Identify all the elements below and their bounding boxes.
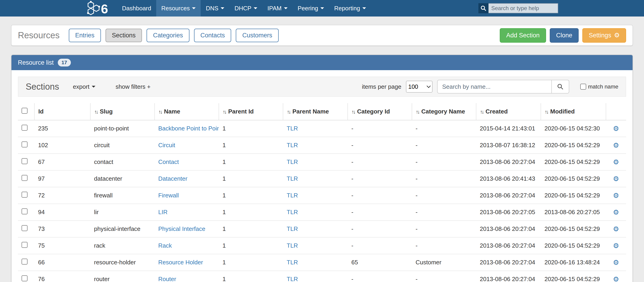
name-search-button[interactable]	[552, 80, 569, 94]
hexagon-logo-icon: 6	[86, 0, 112, 16]
gear-icon[interactable]: ⚙	[613, 142, 619, 149]
name-link[interactable]: Resource Holder	[158, 259, 203, 266]
name-link[interactable]: Contact	[158, 158, 179, 165]
cell-parent-id: 1	[219, 220, 283, 237]
gear-icon[interactable]: ⚙	[613, 275, 619, 282]
nav-item-peering[interactable]: Peering	[293, 0, 329, 16]
gear-icon[interactable]: ⚙	[613, 158, 619, 166]
parent-name-link[interactable]: TLR	[287, 175, 298, 182]
row-checkbox[interactable]	[22, 192, 28, 198]
cell-name: Physical Interface	[154, 220, 219, 237]
parent-name-link[interactable]: TLR	[287, 142, 298, 148]
column-header-category-name[interactable]: ↑↓Category Name	[412, 103, 476, 120]
sort-icon: ↑↓	[352, 109, 355, 115]
row-checkbox[interactable]	[22, 158, 28, 164]
column-header-name[interactable]: ↑↓Name	[154, 103, 219, 120]
cell-created: 2013-08-06 20:27:04	[476, 254, 541, 271]
parent-name-link[interactable]: TLR	[287, 225, 298, 232]
name-link[interactable]: Firewall	[158, 192, 179, 199]
row-checkbox[interactable]	[22, 175, 28, 181]
column-header-created[interactable]: ↑↓Created	[476, 103, 541, 120]
resources-toolbar: Resources EntriesSectionsCategoriesConta…	[11, 25, 633, 46]
nav-item-dhcp[interactable]: DHCP	[229, 0, 262, 16]
parent-name-link[interactable]: TLR	[287, 276, 298, 282]
sort-icon: ↑↓	[223, 109, 226, 115]
sort-icon: ↑↓	[480, 109, 483, 115]
cell-parent-name: TLR	[283, 254, 348, 271]
gear-icon[interactable]: ⚙	[613, 242, 619, 250]
cell-category-name: Customer	[412, 254, 476, 271]
tab-sections[interactable]: Sections	[106, 29, 142, 42]
brand-logo[interactable]: 6	[86, 0, 112, 16]
nav-item-label: IPAM	[268, 5, 282, 12]
settings-button[interactable]: Settings⚙	[582, 28, 626, 43]
row-actions-cell: ⚙	[606, 204, 626, 220]
name-link[interactable]: Physical Interface	[158, 225, 205, 232]
gear-icon[interactable]: ⚙	[613, 225, 619, 233]
name-link[interactable]: Rack	[158, 242, 172, 249]
tab-contacts[interactable]: Contacts	[194, 29, 232, 42]
row-checkbox[interactable]	[22, 125, 28, 131]
nav-item-dns[interactable]: DNS	[201, 0, 229, 16]
row-checkbox[interactable]	[22, 208, 28, 214]
parent-name-link[interactable]: TLR	[287, 158, 298, 165]
gear-icon[interactable]: ⚙	[613, 192, 619, 199]
chevron-down-icon	[320, 7, 324, 9]
row-checkbox[interactable]	[22, 142, 28, 148]
show-filters-link[interactable]: show filters +	[116, 83, 150, 90]
name-search-input[interactable]	[437, 80, 552, 94]
tab-categories[interactable]: Categories	[146, 29, 190, 42]
items-per-page-select[interactable]: 100	[406, 81, 432, 92]
parent-name-link[interactable]: TLR	[287, 192, 298, 199]
clone-button[interactable]: Clone	[550, 28, 579, 43]
parent-name-link[interactable]: TLR	[287, 259, 298, 266]
cell-name: Circuit	[154, 137, 219, 154]
items-per-page-label: items per page	[362, 83, 401, 90]
row-checkbox[interactable]	[22, 275, 28, 281]
parent-name-link[interactable]: TLR	[287, 242, 298, 249]
cell-created: 2013-08-06 20:27:04	[476, 154, 541, 170]
nav-item-resources[interactable]: Resources	[156, 0, 201, 16]
name-link[interactable]: Router	[158, 276, 176, 282]
cell-parent-id: 1	[219, 237, 283, 254]
name-link[interactable]: Circuit	[158, 142, 175, 148]
gear-icon[interactable]: ⚙	[613, 175, 619, 182]
row-checkbox[interactable]	[22, 258, 28, 264]
add-section-button[interactable]: Add Section	[500, 28, 546, 43]
cell-name: LIR	[154, 204, 219, 220]
row-select-cell	[18, 254, 34, 271]
cell-category-id: -	[348, 120, 412, 137]
gear-icon[interactable]: ⚙	[613, 208, 619, 216]
tab-customers[interactable]: Customers	[236, 29, 279, 42]
panel-heading: Resource list 17	[12, 55, 632, 70]
table-row: 102circuitCircuit1TLR--2013-08-07 16:38:…	[18, 137, 626, 154]
help-search-input[interactable]	[488, 3, 558, 13]
parent-name-link[interactable]: TLR	[287, 209, 298, 216]
sort-icon: ↑↓	[158, 109, 162, 115]
column-header-modified[interactable]: ↑↓Modified	[541, 103, 606, 120]
nav-item-dashboard[interactable]: Dashboard	[117, 0, 156, 16]
export-menu[interactable]: export	[73, 83, 96, 90]
cell-modified: 2020-06-15 04:52:29	[541, 137, 606, 154]
row-checkbox[interactable]	[22, 225, 28, 231]
name-link[interactable]: LIR	[158, 209, 168, 216]
gear-icon[interactable]: ⚙	[613, 258, 619, 266]
gear-icon[interactable]: ⚙	[613, 125, 619, 132]
nav-item-reporting[interactable]: Reporting	[329, 0, 371, 16]
row-checkbox[interactable]	[22, 242, 28, 248]
search-icon[interactable]	[478, 3, 488, 13]
tab-entries[interactable]: Entries	[69, 29, 101, 42]
nav-item-ipam[interactable]: IPAM	[262, 0, 293, 16]
column-header-parent-id[interactable]: ↑↓Parent Id	[219, 103, 283, 120]
name-link[interactable]: Datacenter	[158, 175, 187, 182]
column-header-category-id[interactable]: ↑↓Category Id	[348, 103, 412, 120]
match-name-toggle[interactable]: match name	[580, 84, 618, 90]
match-name-checkbox[interactable]	[580, 84, 586, 90]
name-link[interactable]: Backbone Point to Point	[158, 125, 219, 132]
search-icon	[557, 84, 564, 90]
count-badge: 17	[58, 59, 71, 66]
column-header-slug[interactable]: ↑↓Slug	[90, 103, 154, 120]
column-header-parent-name[interactable]: ↑↓Parent Name	[283, 103, 348, 120]
select-all-checkbox[interactable]	[22, 108, 28, 114]
parent-name-link[interactable]: TLR	[287, 125, 298, 132]
